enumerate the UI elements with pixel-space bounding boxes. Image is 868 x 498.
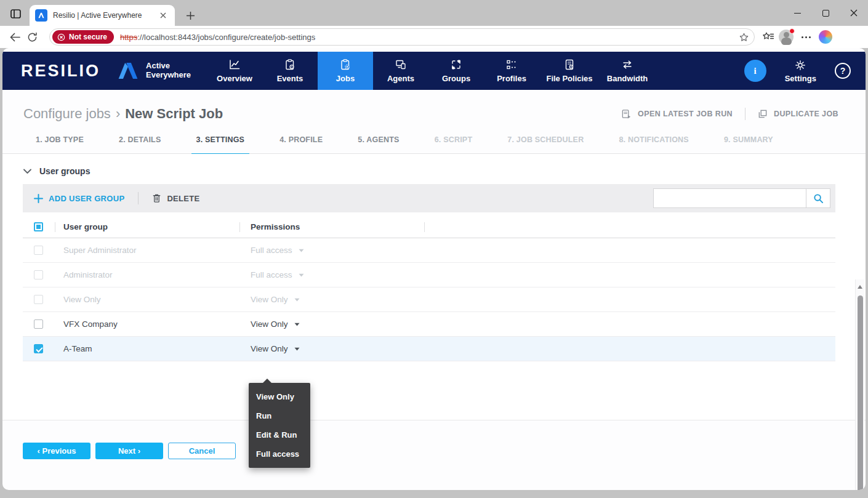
permission-dropdown-trigger-open[interactable]: View Only [251,344,300,353]
scrollbar-thumb[interactable] [858,295,863,490]
info-button[interactable]: i [744,60,766,82]
active-everywhere-mark-icon [115,60,141,82]
nav-item-agents[interactable]: Agents [373,52,428,90]
nav-item-profiles[interactable]: Profiles [484,52,539,90]
step-job-type[interactable]: 1. JOB TYPE [36,135,84,144]
tab-close-icon[interactable] [158,10,169,21]
step-agents[interactable]: 5. AGENTS [358,135,399,144]
favorites-icon[interactable] [762,31,774,42]
back-arrow-icon [9,31,21,43]
step-details[interactable]: 2. DETAILS [119,135,161,144]
nav-item-settings[interactable]: Settings [785,59,816,83]
toolbar-right-icons [762,30,832,44]
breadcrumb-root[interactable]: Configure jobs [23,106,111,121]
groups-frame-icon [450,58,462,71]
main-nav: Overview Events Jobs Agents Groups Profi… [207,52,655,90]
table-row-view-only: View Only View Only [23,287,835,312]
dropdown-option-view-only[interactable]: View Only [249,387,310,406]
address-bar[interactable]: Not secure https://localhost:8443/jobs/c… [49,28,755,46]
step-summary: 9. SUMMARY [724,135,773,144]
refresh-button[interactable] [23,28,41,46]
bookmark-star-icon[interactable] [739,32,749,42]
copilot-icon[interactable] [819,30,832,44]
jobs-clipboard-gear-icon [339,58,352,71]
window-minimize-button[interactable] [783,0,811,26]
wizard-footer: ‹ Previous Next › Cancel [2,420,866,459]
duplicate-job-button[interactable]: DUPLICATE JOB [758,109,838,119]
gear-icon [794,59,806,71]
search-input[interactable] [653,188,806,208]
not-secure-label: Not secure [69,33,107,41]
nav-item-groups[interactable]: Groups [428,52,484,90]
nav-item-jobs[interactable]: Jobs [318,52,373,90]
not-secure-icon [57,33,65,41]
browser-menu-button[interactable] [798,36,814,38]
app-header: RESILIO Active Everywhere Overview Event… [2,52,866,90]
back-button[interactable] [6,28,23,46]
page-actions: OPEN LATEST JOB RUN DUPLICATE JOB [621,108,838,120]
close-icon [850,9,858,17]
duplicate-icon [758,109,768,119]
content-scrollbar [855,279,864,490]
maximize-icon [822,10,829,17]
chevron-down-icon [23,169,31,174]
column-permissions: Permissions [251,222,300,231]
group-name: Super Administrator [63,246,137,255]
dropdown-option-run[interactable]: Run [249,406,310,425]
resilio-wordmark: RESILIO [21,62,100,81]
plus-icon [34,194,43,203]
not-secure-badge[interactable]: Not secure [52,30,114,44]
row-checkbox[interactable] [34,319,43,329]
table-header-row: User group Permissions [23,216,835,238]
dropdown-option-full-access[interactable]: Full access [249,444,310,464]
step-settings[interactable]: 3. SETTINGS [196,135,245,144]
delete-button[interactable]: DELETE [152,193,199,203]
add-user-group-button[interactable]: ADD USER GROUP [34,194,124,203]
profile-avatar[interactable] [779,30,794,44]
previous-button[interactable]: ‹ Previous [23,443,90,459]
notification-dot [789,28,795,34]
group-name: Administrator [63,270,113,279]
new-tab-button[interactable] [183,8,198,23]
step-script: 6. SCRIPT [435,135,473,144]
help-icon: ? [840,66,846,76]
permission-dropdown-trigger[interactable]: View Only [251,319,300,329]
user-groups-section-header[interactable]: User groups [2,154,866,176]
row-checkbox [34,295,43,304]
cancel-button[interactable]: Cancel [168,443,236,459]
resilio-favicon-icon [35,9,47,22]
settings-panel: User groups ADD USER GROUP DELETE [2,154,866,420]
bandwidth-arrows-icon [621,58,633,71]
search-button[interactable] [806,188,830,208]
nav-item-file-policies[interactable]: File Policies [539,52,600,90]
info-icon: i [754,66,757,76]
open-latest-job-run-button[interactable]: OPEN LATEST JOB RUN [621,109,733,119]
agents-devices-icon [395,58,407,71]
dropdown-option-edit-run[interactable]: Edit & Run [249,425,310,444]
nav-item-overview[interactable]: Overview [207,52,262,90]
select-all-checkbox[interactable] [34,222,43,231]
nav-item-events[interactable]: Events [262,52,318,90]
nav-item-bandwidth[interactable]: Bandwidth [600,52,655,90]
web-content: RESILIO Active Everywhere Overview Event… [2,48,866,490]
browser-tab[interactable]: Resilio | Active Everywhere [30,5,175,26]
window-close-button[interactable] [840,0,868,26]
step-profile[interactable]: 4. PROFILE [279,135,323,144]
permission-dropdown-trigger: Full access [251,270,304,279]
page-title: New Script Job [125,106,223,121]
next-button[interactable]: Next › [95,443,163,459]
search-icon [813,193,824,204]
scrollbar-up-arrow[interactable] [856,282,864,292]
caret-down-icon [294,323,300,326]
row-checkbox-checked[interactable] [34,344,43,353]
url-scheme: https [120,33,137,42]
tab-actions-button[interactable] [8,6,23,21]
vertical-tabs-icon [10,8,22,20]
help-button[interactable]: ? [835,63,851,79]
table-row-vfx-company: VFX Company View Only [23,312,835,337]
grid-toolbar: ADD USER GROUP DELETE [23,184,835,212]
group-name: View Only [63,295,101,304]
section-title: User groups [39,166,90,176]
window-maximize-button[interactable] [811,0,840,26]
breadcrumb-separator: › [116,106,120,121]
